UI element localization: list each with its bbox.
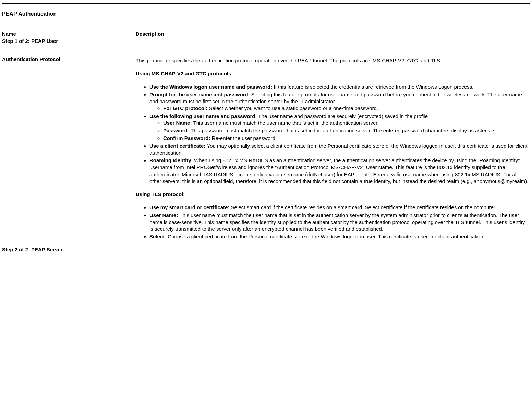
page-title: PEAP Authentication bbox=[2, 11, 530, 17]
bullet-label: Select: bbox=[149, 234, 168, 239]
parameters-table: Name Step 1 of 2: PEAP User Authenticati… bbox=[2, 31, 530, 247]
list-item: User Name: This user name must match the… bbox=[149, 212, 530, 233]
bullet-label: Prompt for the user name and password: bbox=[149, 92, 251, 97]
bullet-text: Select smart card if the certificate res… bbox=[231, 204, 497, 210]
bullet-text: : When using 802.1x MS RADIUS as an auth… bbox=[149, 157, 529, 184]
step-1-label: Step 1 of 2: PEAP User bbox=[2, 38, 132, 44]
mschap-gtc-header: Using MS-CHAP-V2 and GTC protocols: bbox=[136, 70, 530, 77]
bullet-label: Use the Windows logon user name and pass… bbox=[149, 84, 274, 90]
bullet-label: User Name: bbox=[149, 212, 180, 218]
bullet-label: For GTC protocol: bbox=[163, 105, 209, 111]
tls-list: Use my smart card or certificate: Select… bbox=[136, 204, 530, 240]
sub-list: For GTC protocol: Select whether you wan… bbox=[149, 105, 530, 112]
column-header-name: Name bbox=[2, 31, 132, 37]
list-item: Use a client certificate: You may option… bbox=[149, 143, 530, 157]
bullet-text: This user name must match the user name … bbox=[193, 120, 379, 126]
list-item: User Name: This user name must match the… bbox=[163, 120, 530, 127]
auth-protocol-intro: This parameter specifies the authenticat… bbox=[136, 57, 530, 64]
bullet-text: This user name must match the user name … bbox=[149, 212, 525, 232]
list-item: Use my smart card or certificate: Select… bbox=[149, 204, 530, 211]
list-item: Prompt for the user name and password: S… bbox=[149, 91, 530, 112]
bullet-label: User Name: bbox=[163, 120, 193, 126]
list-item: Password: This password must match the p… bbox=[163, 127, 530, 134]
tls-header: Using TLS protocol: bbox=[136, 191, 530, 198]
bullet-label: Use a client certificate: bbox=[149, 143, 207, 149]
list-item: For GTC protocol: Select whether you wan… bbox=[163, 105, 530, 112]
bullet-text: Choose a client certificate from the Per… bbox=[168, 234, 484, 239]
step-2-label: Step 2 of 2: PEAP Server bbox=[2, 247, 530, 252]
divider bbox=[2, 3, 530, 4]
bullet-label: Password: bbox=[163, 128, 191, 133]
bullet-label: Confirm Password: bbox=[163, 135, 212, 141]
list-item: Select: Choose a client certificate from… bbox=[149, 233, 530, 240]
bullet-text: Re-enter the user password. bbox=[212, 135, 277, 141]
sub-list: User Name: This user name must match the… bbox=[149, 120, 530, 142]
bullet-label: Use my smart card or certificate: bbox=[149, 204, 231, 210]
mschap-gtc-list: Use the Windows logon user name and pass… bbox=[136, 84, 530, 185]
list-item: Roaming Identity: When using 802.1x MS R… bbox=[149, 157, 530, 185]
bullet-text: Select whether you want to use a static … bbox=[209, 105, 378, 111]
bullet-text: The user name and password are securely … bbox=[258, 113, 428, 119]
bullet-label: Roaming Identity bbox=[149, 157, 191, 163]
auth-protocol-label: Authentication Protocol bbox=[2, 56, 132, 62]
bullet-text: This password must match the password th… bbox=[191, 128, 497, 133]
list-item: Confirm Password: Re-enter the user pass… bbox=[163, 135, 530, 142]
list-item: Use the following user name and password… bbox=[149, 113, 530, 142]
bullet-label: Use the following user name and password… bbox=[149, 113, 258, 119]
bullet-text: If this feature is selected the credenti… bbox=[274, 84, 473, 90]
column-header-desc: Description bbox=[136, 31, 530, 37]
list-item: Use the Windows logon user name and pass… bbox=[149, 84, 530, 91]
